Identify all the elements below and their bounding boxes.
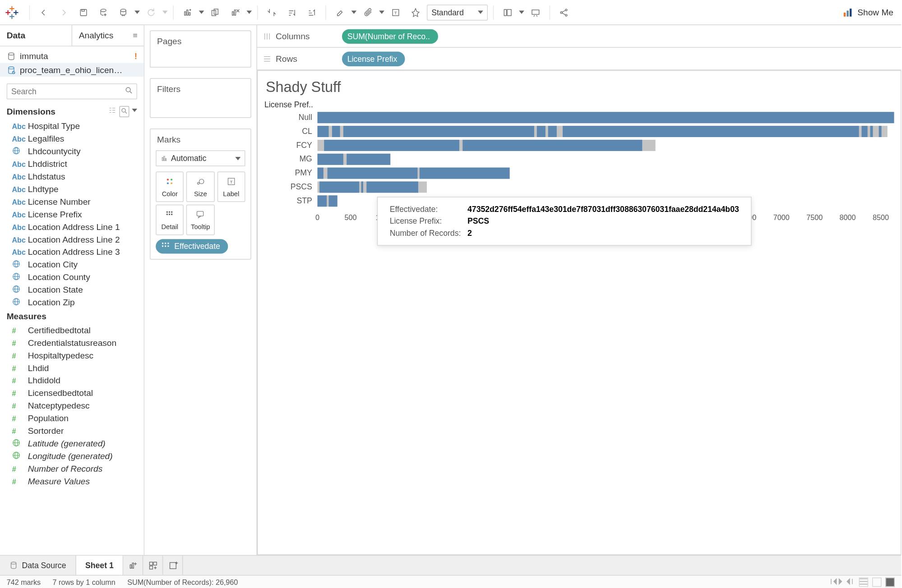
bar-segment[interactable] bbox=[367, 181, 418, 193]
datasource-item[interactable]: immuta ! bbox=[0, 49, 144, 63]
bar-segment[interactable] bbox=[328, 195, 338, 207]
new-worksheet-tab-icon[interactable] bbox=[124, 556, 143, 575]
duplicate-sheet-icon[interactable] bbox=[207, 4, 224, 21]
bar-segment[interactable] bbox=[318, 195, 327, 207]
bar-segment[interactable] bbox=[347, 154, 390, 165]
measure-field[interactable]: #Natceptypedesc bbox=[0, 400, 144, 412]
undo-icon[interactable] bbox=[35, 4, 52, 21]
bar-segment[interactable] bbox=[361, 181, 363, 193]
dimension-field[interactable]: AbcLicense Number bbox=[0, 195, 144, 208]
refresh-icon[interactable] bbox=[143, 4, 160, 21]
bar-segment[interactable] bbox=[862, 126, 868, 137]
pin-icon[interactable] bbox=[407, 4, 424, 21]
filters-shelf[interactable]: Filters bbox=[150, 78, 251, 118]
bar-segment[interactable] bbox=[419, 168, 509, 179]
dimension-field[interactable]: AbcLhddistrict bbox=[0, 158, 144, 170]
measure-field[interactable]: #Measure Values bbox=[0, 475, 144, 487]
measure-field[interactable]: Longitude (generated) bbox=[0, 450, 144, 462]
share-icon[interactable] bbox=[555, 4, 573, 21]
marks-type-selector[interactable]: Automatic bbox=[156, 150, 245, 166]
sheet-tab[interactable]: Sheet 1 bbox=[76, 556, 123, 575]
viz-canvas[interactable]: Shady Stuff License Pref.. NullCLFCYMGPM… bbox=[257, 70, 902, 555]
measure-field[interactable]: Latitude (generated) bbox=[0, 437, 144, 450]
caret-down-icon[interactable] bbox=[162, 11, 168, 14]
bar-segment[interactable] bbox=[879, 126, 882, 137]
marks-detail-pill[interactable]: Effectivedate bbox=[156, 239, 228, 253]
view-grid-icon[interactable] bbox=[859, 577, 869, 587]
dimension-field[interactable]: AbcLocation Address Line 3 bbox=[0, 246, 144, 258]
dimension-field[interactable]: AbcLocation Address Line 1 bbox=[0, 220, 144, 233]
bar-segment[interactable] bbox=[343, 126, 534, 137]
measure-field[interactable]: #Licensedbedtotal bbox=[0, 387, 144, 400]
measure-field[interactable]: #Population bbox=[0, 412, 144, 425]
new-dashboard-tab-icon[interactable] bbox=[143, 556, 163, 575]
presentation-icon[interactable] bbox=[527, 4, 544, 21]
bar-segment[interactable] bbox=[332, 126, 340, 137]
measure-field[interactable]: #Certifiedbedtotal bbox=[0, 324, 144, 336]
caret-down-icon[interactable] bbox=[246, 11, 252, 14]
find-field-icon[interactable] bbox=[119, 106, 129, 117]
bar-segment[interactable] bbox=[318, 168, 324, 179]
view-film-icon[interactable] bbox=[872, 577, 882, 587]
clear-sheet-icon[interactable] bbox=[227, 4, 244, 21]
dimension-field[interactable]: Location City bbox=[0, 258, 144, 271]
collapse-icon[interactable] bbox=[132, 31, 139, 41]
pause-updates-icon[interactable] bbox=[115, 4, 132, 21]
bar-segment[interactable] bbox=[324, 140, 460, 151]
bar-segment[interactable] bbox=[548, 126, 557, 137]
dimension-field[interactable]: Lhdcountycity bbox=[0, 145, 144, 158]
dimension-field[interactable]: Location Zip bbox=[0, 296, 144, 309]
save-icon[interactable] bbox=[75, 4, 92, 21]
tab-analytics[interactable]: Analytics bbox=[72, 25, 144, 46]
dimension-field[interactable]: AbcLocation Address Line 2 bbox=[0, 233, 144, 246]
dimension-field[interactable]: Location State bbox=[0, 284, 144, 296]
bar-segment[interactable] bbox=[870, 126, 873, 137]
tab-data[interactable]: Data bbox=[0, 25, 72, 46]
sort-asc-icon[interactable] bbox=[283, 4, 300, 21]
data-source-tab[interactable]: Data Source bbox=[0, 556, 76, 575]
new-worksheet-icon[interactable] bbox=[179, 4, 196, 21]
sort-desc-icon[interactable] bbox=[303, 4, 320, 21]
caret-down-icon[interactable] bbox=[351, 11, 356, 14]
datasource-item[interactable]: proc_team_e_ohio_licen… bbox=[0, 63, 144, 77]
bar-segment[interactable] bbox=[319, 181, 359, 193]
new-datasource-icon[interactable] bbox=[95, 4, 112, 21]
rows-pill[interactable]: License Prefix bbox=[342, 51, 405, 66]
bar-segment[interactable] bbox=[327, 168, 417, 179]
bar-segment[interactable] bbox=[318, 126, 329, 137]
marks-size-button[interactable]: Size bbox=[186, 171, 214, 202]
bar-segment[interactable] bbox=[318, 154, 343, 165]
marks-color-button[interactable]: Color bbox=[156, 171, 184, 202]
caret-down-icon[interactable] bbox=[132, 109, 137, 112]
measure-field[interactable]: #Hospitaltypedesc bbox=[0, 349, 144, 362]
search-input[interactable] bbox=[7, 83, 137, 99]
measure-field[interactable]: #Credentialstatusreason bbox=[0, 336, 144, 349]
viz-title[interactable]: Shady Stuff bbox=[266, 79, 890, 96]
view-single-icon[interactable] bbox=[885, 577, 895, 587]
show-me-button[interactable]: Show Me bbox=[837, 6, 897, 18]
pages-shelf[interactable]: Pages bbox=[150, 31, 251, 68]
columns-pill[interactable]: SUM(Number of Reco.. bbox=[342, 29, 438, 43]
bar-segment[interactable] bbox=[537, 126, 546, 137]
new-story-tab-icon[interactable] bbox=[163, 556, 183, 575]
measure-field[interactable]: #Number of Records bbox=[0, 462, 144, 475]
dimension-field[interactable]: AbcLhdtype bbox=[0, 183, 144, 195]
swap-icon[interactable] bbox=[263, 4, 280, 21]
redo-icon[interactable] bbox=[55, 4, 72, 21]
measure-field[interactable]: #Sortorder bbox=[0, 425, 144, 437]
bar-segment[interactable] bbox=[463, 140, 642, 151]
dimension-field[interactable]: AbcLicense Prefix bbox=[0, 208, 144, 220]
columns-shelf[interactable]: Columns SUM(Number of Reco.. bbox=[257, 25, 902, 48]
caret-down-icon[interactable] bbox=[519, 11, 524, 14]
marks-detail-button[interactable]: Detail bbox=[156, 205, 184, 235]
show-cards-icon[interactable] bbox=[499, 4, 516, 21]
marks-tooltip-button[interactable]: Tooltip bbox=[186, 205, 214, 235]
dimension-field[interactable]: AbcLhdstatus bbox=[0, 170, 144, 183]
caret-down-icon[interactable] bbox=[199, 11, 204, 14]
view-list-icon[interactable] bbox=[108, 106, 116, 117]
bar-segment[interactable] bbox=[563, 126, 859, 137]
rows-shelf[interactable]: Rows License Prefix bbox=[257, 48, 902, 70]
caret-down-icon[interactable] bbox=[134, 11, 140, 14]
dimension-field[interactable]: AbcLegalfiles bbox=[0, 133, 144, 145]
dimension-field[interactable]: Location County bbox=[0, 271, 144, 284]
